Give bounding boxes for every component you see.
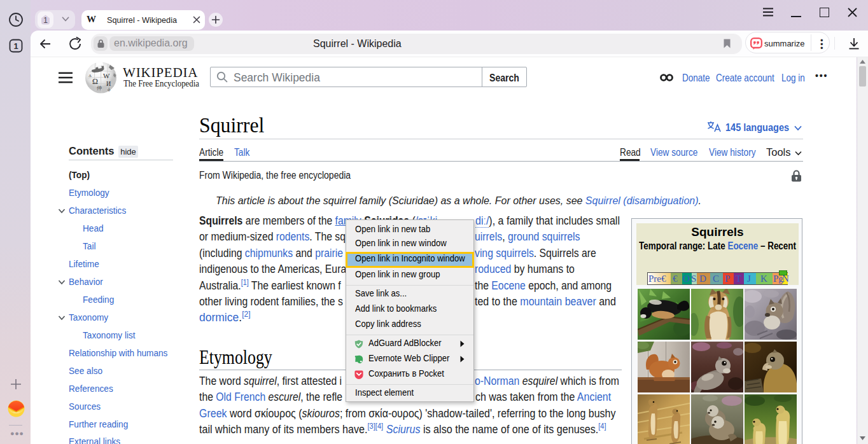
svg-text:Ω: Ω — [92, 77, 98, 86]
svg-text:仲: 仲 — [97, 85, 102, 91]
svg-text:Ạ: Ạ — [88, 73, 92, 78]
svg-text:ф: ф — [108, 87, 111, 92]
svg-text:И: И — [106, 80, 111, 87]
svg-text:1: 1 — [43, 16, 48, 25]
svg-text:1: 1 — [13, 41, 18, 51]
svg-text:W: W — [103, 72, 110, 80]
